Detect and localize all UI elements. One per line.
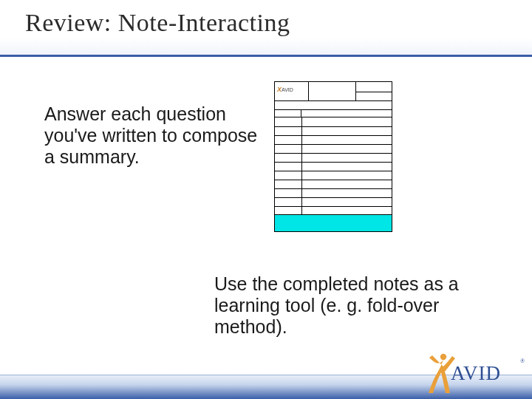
thumb-row-line (275, 144, 392, 145)
thumb-row-line (275, 153, 392, 154)
thumb-name-date-cell (356, 82, 392, 101)
cornell-notes-thumbnail: XAVID (274, 81, 392, 232)
thumb-row-line (275, 197, 392, 198)
title-bar: Review: Note-Interacting (0, 0, 532, 57)
thumb-row-line (275, 135, 392, 136)
thumb-row-line (275, 180, 392, 180)
thumb-summary-box (275, 214, 392, 231)
avid-logo-text: AVID (451, 362, 501, 385)
thumb-avid-mini: XAVID (277, 86, 293, 93)
body-paragraph-1: Answer each question you've written to c… (44, 103, 259, 167)
thumb-subhead (275, 101, 392, 110)
body-paragraph-2: Use the completed notes as a learning to… (214, 273, 510, 337)
thumb-rows (275, 117, 392, 215)
thumb-row-line (275, 171, 392, 171)
thumb-row-line (275, 188, 392, 189)
svg-point-0 (440, 354, 446, 360)
thumb-row-line (275, 206, 392, 207)
slide: Review: Note-Interacting Answer each que… (0, 0, 532, 399)
avid-logo: AVID ® (426, 352, 522, 395)
thumb-colhead-notes (301, 110, 392, 117)
page-title: Review: Note-Interacting (25, 9, 290, 37)
thumb-colhead-questions (275, 110, 301, 117)
thumb-row-line (275, 126, 392, 127)
thumb-row-line (275, 162, 392, 163)
thumb-topic-cell (309, 82, 356, 101)
avid-registered: ® (520, 358, 525, 364)
thumb-vline (301, 117, 302, 215)
thumb-logo-cell: XAVID (275, 82, 309, 101)
